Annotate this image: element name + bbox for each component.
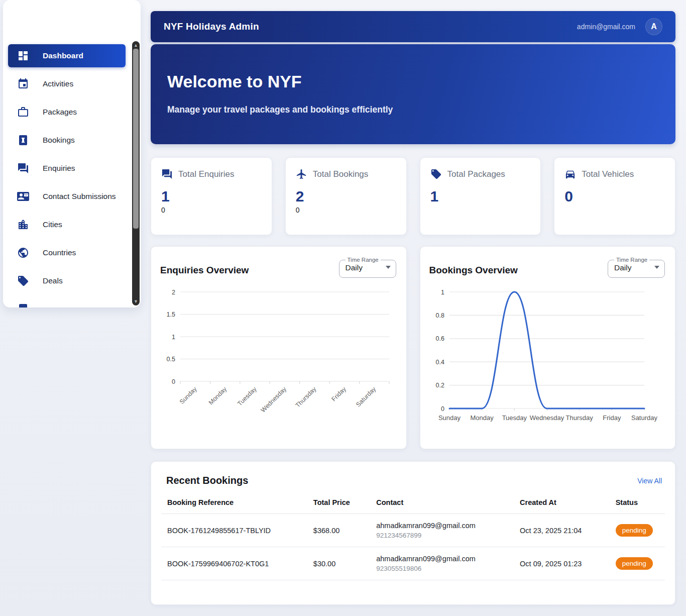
scrollbar-thumb[interactable] xyxy=(133,49,139,229)
bookings-time-range-select[interactable]: Time Range Daily xyxy=(608,257,665,278)
scrollbar-up-arrow-icon[interactable]: ▲ xyxy=(132,42,140,49)
tag-icon xyxy=(430,168,442,180)
bookings-overview-card: Bookings Overview Time Range Daily 00.20… xyxy=(420,246,676,449)
bookings-chart-title: Bookings Overview xyxy=(429,265,518,276)
stat-value: 1 xyxy=(430,188,531,204)
sidebar-scrollbar[interactable]: ▲ ▼ xyxy=(132,41,140,305)
sidebar-item-packages[interactable]: Packages xyxy=(8,100,126,124)
column-header-created-at: Created At xyxy=(514,489,610,514)
svg-text:1: 1 xyxy=(441,289,444,296)
stat-card-total-packages: Total Packages 1 xyxy=(420,157,541,235)
chevron-down-icon xyxy=(386,266,391,269)
time-range-value: Daily xyxy=(346,263,363,272)
sidebar-item-label: Enquiries xyxy=(43,164,75,173)
top-header: NYF Holidays Admin admin@gmail.com A xyxy=(151,11,675,42)
sidebar-item-label: Bookings xyxy=(43,136,75,145)
deals-icon xyxy=(17,275,29,287)
svg-text:Saturday: Saturday xyxy=(631,414,657,422)
svg-text:Tuesday: Tuesday xyxy=(502,414,527,422)
flight-icon xyxy=(296,168,307,180)
contact-email: ahmadkamran099@gmail.com xyxy=(376,522,508,530)
enquiries-time-range-select[interactable]: Time Range Daily xyxy=(339,257,396,278)
stat-label: Total Packages xyxy=(447,169,505,179)
countries-icon xyxy=(17,247,29,259)
svg-text:Sunday: Sunday xyxy=(438,414,461,422)
stat-sub-value: 0 xyxy=(161,206,262,214)
enquiries-overview-card: Enquiries Overview Time Range Daily 00.5… xyxy=(151,246,407,449)
contact-phone: 923055519806 xyxy=(376,565,508,572)
table-row: BOOK-1761249855617-TBLYID $368.00 ahmadk… xyxy=(161,514,665,547)
svg-text:Monday: Monday xyxy=(470,414,494,422)
stat-value: 0 xyxy=(564,188,665,204)
sidebar-item-label: Dashboard xyxy=(43,51,83,60)
sidebar-item-cities[interactable]: Cities xyxy=(8,213,126,236)
stats-row: Total Enquiries 1 0 Total Bookings 2 0 T… xyxy=(151,157,675,235)
bookings-icon xyxy=(17,134,29,146)
partial-icon xyxy=(17,303,29,307)
welcome-banner: Welcome to NYF Manage your travel packag… xyxy=(151,44,675,144)
sidebar-item-bookings[interactable]: Bookings xyxy=(8,129,126,152)
stat-value: 1 xyxy=(161,188,262,204)
booking-reference: BOOK-1759969406702-KT0G1 xyxy=(161,547,307,580)
booking-reference: BOOK-1761249855617-TBLYID xyxy=(161,514,307,547)
bookings-chart: 00.20.40.60.81SundayMondayTuesdayWednesd… xyxy=(426,285,664,436)
enquiries-chart-title: Enquiries Overview xyxy=(160,265,249,276)
car-icon xyxy=(564,168,576,180)
svg-text:Sunday: Sunday xyxy=(178,385,198,405)
time-range-label: Time Range xyxy=(346,257,381,263)
user-avatar[interactable]: A xyxy=(645,18,662,35)
sidebar-item-label: Countries xyxy=(43,248,76,257)
stat-sub-value: 0 xyxy=(296,206,396,214)
scrollbar-down-arrow-icon[interactable]: ▼ xyxy=(132,298,140,305)
status-badge: pending xyxy=(616,557,653,570)
app-title: NYF Holidays Admin xyxy=(164,21,259,32)
user-email: admin@gmail.com xyxy=(577,23,635,31)
svg-text:0: 0 xyxy=(441,405,444,413)
time-range-label: Time Range xyxy=(614,257,649,263)
recent-bookings-card: Recent Bookings View All Booking Referen… xyxy=(151,461,675,605)
view-all-link[interactable]: View All xyxy=(637,477,662,485)
svg-text:Thursday: Thursday xyxy=(565,414,593,422)
dashboard-icon xyxy=(17,50,29,62)
sidebar-item-enquiries[interactable]: Enquiries xyxy=(8,157,126,180)
total-price: $368.00 xyxy=(307,514,370,547)
created-at: Oct 23, 2025 21:04 xyxy=(514,514,610,547)
svg-text:0.2: 0.2 xyxy=(435,382,444,389)
svg-text:1.5: 1.5 xyxy=(167,311,175,318)
chevron-down-icon xyxy=(654,266,659,269)
created-at: Oct 09, 2025 01:23 xyxy=(514,547,610,580)
enquiries-icon xyxy=(17,162,29,174)
status-badge: pending xyxy=(616,524,653,537)
time-range-value: Daily xyxy=(614,263,631,272)
sidebar-item-contact-submissions[interactable]: Contact Submissions xyxy=(8,185,126,208)
stat-label: Total Bookings xyxy=(313,169,369,179)
packages-icon xyxy=(17,106,29,118)
sidebar: Dashboard Activities Packages Bookings E… xyxy=(3,0,141,307)
column-header-status: Status xyxy=(610,489,665,514)
contact-email: ahmadkamran099@gmail.com xyxy=(376,555,508,563)
main-content: NYF Holidays Admin admin@gmail.com A Wel… xyxy=(151,11,675,605)
cities-icon xyxy=(17,219,29,231)
table-row: BOOK-1759969406702-KT0G1 $30.00 ahmadkam… xyxy=(161,547,665,580)
sidebar-item-dashboard[interactable]: Dashboard xyxy=(8,44,126,67)
svg-text:1: 1 xyxy=(172,334,175,341)
svg-text:Friday: Friday xyxy=(603,414,621,422)
sidebar-item-activities[interactable]: Activities xyxy=(8,72,126,95)
sidebar-item-countries[interactable]: Countries xyxy=(8,241,126,264)
welcome-subtitle: Manage your travel packages and bookings… xyxy=(167,105,655,115)
column-header-contact: Contact xyxy=(370,489,514,514)
svg-text:Monday: Monday xyxy=(207,385,228,406)
svg-text:0.8: 0.8 xyxy=(435,312,444,319)
recent-bookings-title: Recent Bookings xyxy=(166,475,248,486)
stat-card-total-enquiries: Total Enquiries 1 0 xyxy=(151,157,272,235)
stat-card-total-bookings: Total Bookings 2 0 xyxy=(285,157,407,235)
svg-text:Friday: Friday xyxy=(330,385,348,403)
table-body: BOOK-1761249855617-TBLYID $368.00 ahmadk… xyxy=(161,514,665,580)
sidebar-item-partial[interactable] xyxy=(8,297,126,307)
svg-text:2: 2 xyxy=(172,289,175,296)
sidebar-item-deals[interactable]: Deals xyxy=(8,269,126,292)
sidebar-item-label: Activities xyxy=(43,79,73,88)
bookings-table: Booking ReferenceTotal PriceContactCreat… xyxy=(161,489,665,580)
contact-submissions-icon xyxy=(17,190,29,202)
sidebar-nav: Dashboard Activities Packages Bookings E… xyxy=(3,0,141,307)
